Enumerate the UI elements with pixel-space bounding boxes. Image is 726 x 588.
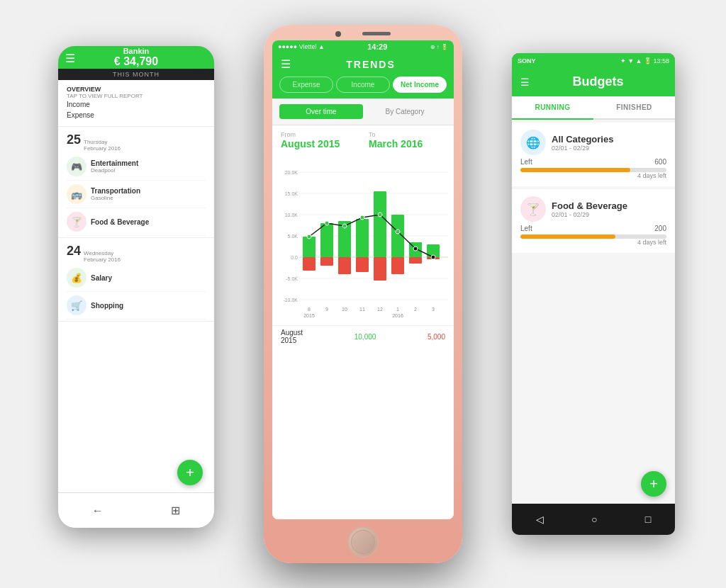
svg-text:20.0K: 20.0K [285, 170, 298, 175]
svg-text:10: 10 [342, 307, 347, 312]
android-header: ☰ Budgets [512, 69, 675, 96]
food-beverage-left-val: 200 [654, 225, 666, 232]
food-beverage-icon: 🍸 [67, 212, 86, 232]
phones-wrapper: ☰ Bankin € 34,790 THIS MONTH OVERVIEW TA… [44, 18, 682, 570]
svg-rect-20 [356, 219, 369, 257]
all-categories-date: 02/01 - 02/29 [552, 145, 613, 152]
right-phone-screen: SONY ✦ ▼ ▲ 🔋 13:58 ☰ Budgets RUNNING FIN… [512, 53, 675, 535]
left-day24-date: February 2016 [84, 256, 121, 263]
left-overview-section: OVERVIEW TAP TO VIEW FULL REPORT Income … [58, 80, 214, 127]
left-day24-section: 24 Wednesday February 2016 💰 Salary 🛒 S [58, 238, 214, 322]
left-transaction-shopping[interactable]: 🛒 Shopping [67, 292, 206, 320]
android-nav-bar: ◁ ○ □ [512, 504, 675, 535]
svg-text:1: 1 [396, 307, 399, 312]
left-overview-title: OVERVIEW [67, 86, 206, 93]
android-hamburger-icon[interactable]: ☰ [520, 77, 530, 88]
all-categories-left-label: Left [520, 158, 532, 166]
left-balance: € 34,790 [114, 55, 158, 68]
iphone-home-button[interactable] [347, 526, 379, 558]
left-bank-name: Bankin [123, 47, 150, 55]
iphone-home-button-inner [351, 530, 375, 554]
chart-val1: 10,000 [354, 333, 376, 341]
food-beverage-left-label: Left [520, 225, 532, 232]
entertainment-name: Entertainment [91, 159, 138, 167]
android-back-icon[interactable]: ◁ [536, 514, 544, 525]
iphone-menu-icon[interactable]: ☰ [281, 57, 291, 71]
iphone-date-range: From August 2015 To March 2016 [272, 125, 454, 155]
entertainment-sub: Deadpool [91, 167, 138, 174]
svg-text:2016: 2016 [392, 313, 403, 318]
to-label: To [369, 131, 445, 138]
tab-net-income[interactable]: Net Income [393, 77, 447, 93]
windows-nav-icon[interactable]: ⊞ [171, 504, 180, 517]
chart-period: August2015 [281, 329, 303, 344]
transportation-icon: 🚌 [67, 184, 86, 204]
android-title: Budgets [573, 74, 624, 89]
svg-point-35 [396, 230, 400, 234]
food-beverage-days-left: 4 days left [520, 239, 666, 246]
svg-text:11: 11 [359, 307, 365, 312]
iphone-speaker [362, 32, 391, 35]
shopping-name: Shopping [91, 302, 123, 310]
iphone-header: ☰ TRENDS [272, 53, 454, 77]
svg-text:5.0K: 5.0K [288, 234, 298, 239]
tab-income[interactable]: Income [336, 77, 390, 93]
svg-point-36 [413, 247, 418, 251]
svg-rect-15 [303, 257, 315, 271]
svg-rect-27 [409, 257, 422, 264]
all-categories-icon: 🌐 [520, 130, 546, 155]
tab-by-category[interactable]: By Category [363, 104, 447, 119]
salary-icon: 💰 [67, 268, 86, 288]
svg-text:8: 8 [308, 307, 311, 312]
svg-rect-19 [338, 257, 351, 274]
android-home-icon[interactable]: ○ [591, 514, 597, 525]
android-recents-icon[interactable]: □ [645, 514, 651, 525]
svg-text:9: 9 [325, 307, 328, 312]
food-beverage-budget-date: 02/01 - 02/29 [552, 211, 627, 218]
svg-point-34 [378, 213, 382, 217]
svg-rect-17 [320, 257, 333, 266]
iphone-title: TRENDS [296, 59, 445, 70]
tab-finished[interactable]: FINISHED [593, 96, 675, 118]
to-value[interactable]: March 2016 [369, 138, 445, 149]
iphone-trend-tabs: Expense Income Net Income [272, 77, 454, 98]
android-fab-button[interactable]: + [641, 471, 666, 497]
tab-running[interactable]: RUNNING [512, 96, 593, 120]
svg-point-32 [342, 224, 347, 228]
svg-text:2015: 2015 [303, 313, 315, 318]
android-status-bar: SONY ✦ ▼ ▲ 🔋 13:58 [512, 53, 675, 69]
left-transaction-transportation[interactable]: 🚌 Transportation Gasoline [67, 181, 206, 208]
left-day25-weekday: Thursday [84, 139, 121, 145]
svg-text:-5.0K: -5.0K [286, 276, 298, 281]
tab-expense[interactable]: Expense [279, 77, 333, 93]
svg-point-37 [431, 255, 435, 259]
android-budget-tabs: RUNNING FINISHED [512, 96, 675, 120]
left-transaction-entertainment[interactable]: 🎮 Entertainment Deadpool [67, 153, 206, 181]
shopping-icon: 🛒 [67, 295, 86, 315]
tab-over-time[interactable]: Over time [279, 104, 363, 119]
iphone-view-tabs: Over time By Category [272, 98, 454, 125]
left-expense-item: Expense [67, 110, 206, 120]
svg-rect-23 [374, 257, 386, 281]
iphone-status-icons: ⊕ ↑ 🔋 [430, 44, 448, 50]
svg-rect-14 [303, 237, 315, 257]
left-transaction-salary[interactable]: 💰 Salary [67, 264, 206, 292]
right-phone: SONY ✦ ▼ ▲ 🔋 13:58 ☰ Budgets RUNNING FIN… [512, 53, 675, 535]
left-fab-button[interactable]: + [177, 460, 203, 485]
left-overview-sub: TAP TO VIEW FULL REPORT [67, 93, 206, 99]
svg-rect-22 [374, 191, 386, 257]
budget-list: 🌐 All Categories 02/01 - 02/29 Left 600 … [512, 120, 675, 256]
entertainment-icon: 🎮 [67, 157, 86, 176]
left-transaction-food[interactable]: 🍸 Food & Beverage [67, 208, 206, 236]
budget-item-food-beverage[interactable]: 🍸 Food & Beverage 02/01 - 02/29 Left 200… [512, 189, 675, 253]
transportation-name: Transportation [91, 187, 140, 195]
svg-text:12: 12 [377, 307, 383, 312]
left-phone: ☰ Bankin € 34,790 THIS MONTH OVERVIEW TA… [58, 46, 214, 528]
left-phone-screen: ☰ Bankin € 34,790 THIS MONTH OVERVIEW TA… [58, 46, 214, 528]
left-hamburger-icon[interactable]: ☰ [65, 52, 75, 65]
back-nav-icon[interactable]: ← [92, 504, 104, 517]
budget-item-all-categories[interactable]: 🌐 All Categories 02/01 - 02/29 Left 600 … [512, 123, 675, 186]
left-day24-weekday: Wednesday [84, 250, 121, 256]
from-value[interactable]: August 2015 [281, 138, 357, 149]
svg-text:10.0K: 10.0K [285, 213, 298, 217]
